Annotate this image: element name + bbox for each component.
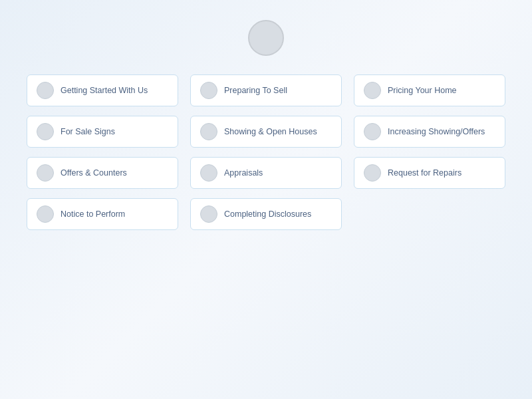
item-circle-offers-counters xyxy=(37,164,54,182)
item-label-request-for-repairs: Request for Repairs xyxy=(388,168,462,178)
menu-item-for-sale-signs[interactable]: For Sale Signs xyxy=(27,116,178,148)
item-circle-pricing-your-home xyxy=(364,82,381,99)
item-circle-for-sale-signs xyxy=(37,123,54,140)
item-circle-preparing-to-sell xyxy=(200,82,217,99)
item-label-increasing-showing-offers: Increasing Showing/Offers xyxy=(388,126,485,137)
item-label-getting-started: Getting Started With Us xyxy=(61,85,148,96)
menu-item-offers-counters[interactable]: Offers & Counters xyxy=(27,157,178,189)
menu-grid: Getting Started With UsPreparing To Sell… xyxy=(27,74,505,230)
menu-item-getting-started[interactable]: Getting Started With Us xyxy=(27,74,178,106)
menu-item-increasing-showing-offers[interactable]: Increasing Showing/Offers xyxy=(354,116,505,148)
item-circle-showing-open-houses xyxy=(200,123,217,140)
menu-item-preparing-to-sell[interactable]: Preparing To Sell xyxy=(190,74,342,106)
page-container: Getting Started With UsPreparing To Sell… xyxy=(0,0,532,399)
item-circle-notice-to-perform xyxy=(37,205,54,223)
menu-item-appraisals[interactable]: Appraisals xyxy=(190,157,342,189)
item-label-notice-to-perform: Notice to Perform xyxy=(61,209,125,219)
item-label-preparing-to-sell: Preparing To Sell xyxy=(224,85,287,96)
item-label-pricing-your-home: Pricing Your Home xyxy=(388,85,457,96)
item-label-showing-open-houses: Showing & Open Houses xyxy=(224,126,317,137)
menu-item-request-for-repairs[interactable]: Request for Repairs xyxy=(354,157,505,189)
item-label-appraisals: Appraisals xyxy=(224,168,263,178)
item-label-offers-counters: Offers & Counters xyxy=(61,168,127,178)
menu-item-notice-to-perform[interactable]: Notice to Perform xyxy=(27,198,178,230)
item-circle-increasing-showing-offers xyxy=(364,123,381,140)
top-circle-icon xyxy=(248,20,284,56)
menu-item-completing-disclosures[interactable]: Completing Disclosures xyxy=(190,198,342,230)
item-circle-getting-started xyxy=(37,82,54,99)
item-circle-appraisals xyxy=(200,164,217,182)
item-label-completing-disclosures: Completing Disclosures xyxy=(224,209,311,219)
item-circle-completing-disclosures xyxy=(200,205,217,223)
item-label-for-sale-signs: For Sale Signs xyxy=(61,126,115,137)
item-circle-request-for-repairs xyxy=(364,164,381,182)
menu-item-showing-open-houses[interactable]: Showing & Open Houses xyxy=(190,116,342,148)
menu-item-pricing-your-home[interactable]: Pricing Your Home xyxy=(354,74,505,106)
